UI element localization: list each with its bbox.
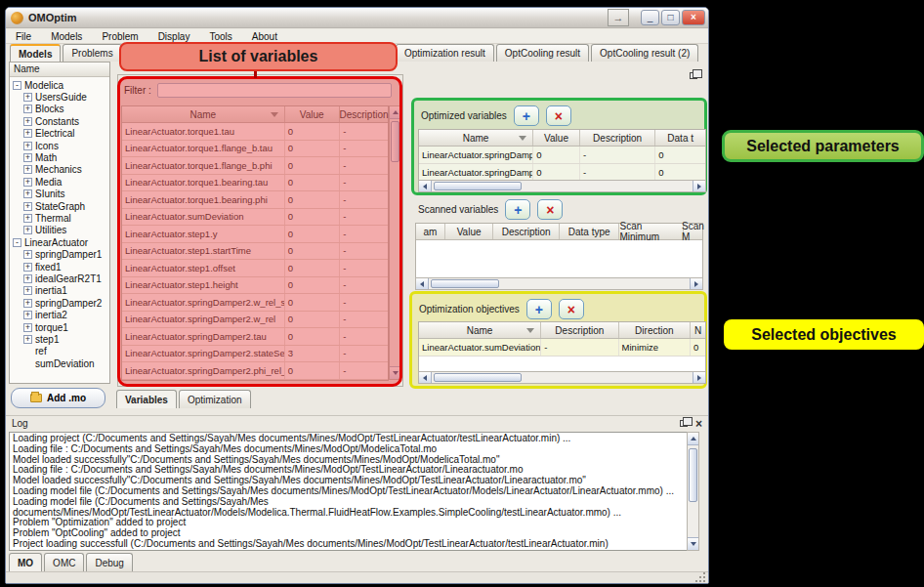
tree-expander-icon[interactable]: + xyxy=(23,129,32,138)
tree-item[interactable]: + inertia1 xyxy=(10,285,109,297)
resize-grip[interactable] xyxy=(695,572,705,582)
col-description[interactable]: Description xyxy=(580,130,655,146)
scanned-variables-header[interactable]: am Value Description Data type Scan Mini… xyxy=(416,224,702,240)
optimized-variables-header[interactable]: Name Value Description Data t xyxy=(419,130,705,147)
tree-expander-icon[interactable]: + xyxy=(23,311,32,319)
tree-item[interactable]: + Utilities xyxy=(10,225,109,236)
tree-item[interactable]: + springDamper2 xyxy=(10,297,109,309)
log-scrollbar[interactable] xyxy=(687,432,699,551)
scroll-right-icon[interactable] xyxy=(693,181,705,191)
tab-optimization-result[interactable]: Optimization result xyxy=(396,44,494,62)
scroll-left-icon[interactable] xyxy=(419,181,432,191)
table-row[interactable]: LinearActuator.sumDeviation - Minimize 0 xyxy=(419,339,705,356)
tab-problems[interactable]: Problems xyxy=(63,44,121,62)
col-name[interactable]: Name xyxy=(419,322,541,338)
tree-expander-icon[interactable]: + xyxy=(23,335,32,344)
tree-expander-icon[interactable]: + xyxy=(23,263,32,272)
menu-item[interactable]: Tools xyxy=(199,31,241,42)
tab-debug[interactable]: Debug xyxy=(86,553,132,571)
tree-item[interactable]: + Media xyxy=(10,176,109,188)
tree-item[interactable]: + Constants xyxy=(10,115,109,127)
tab-models[interactable]: Models xyxy=(10,44,61,62)
remove-scanned-variable-button[interactable]: × xyxy=(537,199,563,220)
tree-expander-icon[interactable]: + xyxy=(23,226,32,234)
scanned-variables-hscrollbar[interactable] xyxy=(415,277,703,290)
tree-expander-icon[interactable]: + xyxy=(23,165,32,174)
tree-item[interactable]: + Icons xyxy=(10,140,109,151)
col-direction[interactable]: Direction xyxy=(619,322,692,338)
scroll-up-icon[interactable] xyxy=(688,433,698,445)
col-description[interactable]: Description xyxy=(541,322,618,338)
tree-item[interactable]: + fixed1 xyxy=(10,261,109,273)
scroll-left-icon[interactable] xyxy=(419,372,432,383)
col-value[interactable]: Value xyxy=(445,224,494,239)
scroll-right-icon[interactable] xyxy=(690,278,702,289)
tree-item[interactable]: + SIunits xyxy=(10,189,109,200)
tab-optimization[interactable]: Optimization xyxy=(179,390,251,408)
tree-expander-icon[interactable]: - xyxy=(13,238,21,247)
add-optimized-variable-button[interactable]: + xyxy=(514,105,539,126)
scroll-down-icon[interactable] xyxy=(688,537,698,550)
optimized-variables-hscrollbar[interactable] xyxy=(418,180,706,192)
menu-item[interactable]: About xyxy=(242,31,287,42)
tree-expander-icon[interactable]: + xyxy=(23,189,32,198)
close-button[interactable]: × xyxy=(682,10,705,25)
scrollbar-thumb[interactable] xyxy=(431,279,499,288)
scrollbar-thumb[interactable] xyxy=(434,182,522,190)
tree-item[interactable]: + Blocks xyxy=(10,104,109,115)
log-float-icon[interactable] xyxy=(680,420,688,427)
tab-variables[interactable]: Variables xyxy=(116,390,177,408)
col-name[interactable]: Name xyxy=(419,130,533,146)
col-datatype[interactable]: Data t xyxy=(655,130,705,146)
tree-item[interactable]: + torque1 xyxy=(10,321,109,333)
col-name[interactable]: am xyxy=(416,224,445,239)
tree-item[interactable]: + UsersGuide xyxy=(10,91,109,103)
scroll-left-icon[interactable] xyxy=(416,278,429,289)
tree-expander-icon[interactable]: + xyxy=(23,250,32,259)
tree-item[interactable]: + StateGraph xyxy=(10,200,109,212)
log-output[interactable]: Loading project (C:/Documents and Settin… xyxy=(9,432,687,551)
tree-item[interactable]: + springDamper1 xyxy=(10,248,109,260)
col-extra[interactable]: N xyxy=(691,322,705,338)
tree-item[interactable]: + Electrical xyxy=(10,128,109,140)
remove-objective-button[interactable]: × xyxy=(559,299,584,319)
tree-item[interactable]: sumDeviation xyxy=(10,357,109,369)
tree-header-name[interactable]: Name xyxy=(10,63,109,77)
col-scan-maximum[interactable]: Scan M xyxy=(684,224,702,239)
add-scanned-variable-button[interactable]: + xyxy=(505,199,530,220)
tree-expander-icon[interactable]: + xyxy=(23,323,32,332)
tab-mo[interactable]: MO xyxy=(9,553,42,571)
tree-expander-icon[interactable]: + xyxy=(23,286,32,295)
remove-optimized-variable-button[interactable]: × xyxy=(546,105,571,126)
tree-expander-icon[interactable]: + xyxy=(23,299,32,308)
objectives-hscrollbar[interactable] xyxy=(418,371,706,384)
maximize-button[interactable]: □ xyxy=(661,10,680,25)
tab-optcooling-result-2[interactable]: OptCooling result (2) xyxy=(591,44,698,62)
tree-item[interactable]: + Math xyxy=(10,151,109,163)
add-objective-button[interactable]: + xyxy=(526,299,552,319)
scrollbar-thumb[interactable] xyxy=(689,448,697,502)
tree-item[interactable]: - LinearActuator xyxy=(10,236,109,248)
objectives-header[interactable]: Name Description Direction N xyxy=(419,322,705,339)
col-scan-minimum[interactable]: Scan Minimum xyxy=(619,224,684,239)
minimize-button[interactable]: _ xyxy=(641,10,659,25)
tree-expander-icon[interactable]: + xyxy=(23,93,32,102)
tab-optcooling-result[interactable]: OptCooling result xyxy=(496,44,589,62)
tree-expander-icon[interactable]: + xyxy=(23,142,32,150)
tree-expander-icon[interactable]: + xyxy=(23,178,32,187)
menu-item[interactable]: Models xyxy=(41,31,92,42)
tree-expander-icon[interactable]: + xyxy=(23,274,32,283)
tree-expander-icon[interactable]: + xyxy=(23,153,32,162)
toolbar-overflow-button[interactable]: → xyxy=(608,9,629,26)
tree-expander-icon[interactable]: - xyxy=(13,81,21,90)
col-value[interactable]: Value xyxy=(533,130,580,146)
tree-item[interactable]: - Modelica xyxy=(10,79,109,91)
menu-item[interactable]: Problem xyxy=(92,31,147,42)
table-row[interactable]: LinearActuator.springDamper2.d 0 - 0 xyxy=(419,147,705,164)
tab-omc[interactable]: OMC xyxy=(44,553,84,571)
tree-item[interactable]: + Thermal xyxy=(10,212,109,224)
scrollbar-thumb[interactable] xyxy=(434,373,522,382)
tree-item[interactable]: ref xyxy=(10,346,109,357)
title-bar[interactable]: OMOptim → _ □ × xyxy=(6,8,708,28)
menu-item[interactable]: File xyxy=(6,31,41,42)
